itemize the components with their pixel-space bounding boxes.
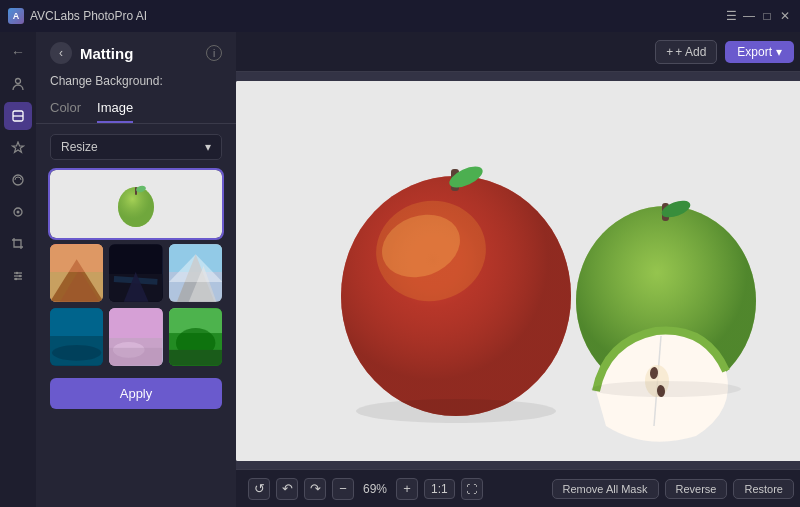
titlebar-controls: ☰ — □ ✕ bbox=[724, 9, 792, 23]
expand-icon: ⛶ bbox=[466, 483, 477, 495]
menu-icon[interactable]: ☰ bbox=[724, 9, 738, 23]
redo-left-button[interactable]: ↶ bbox=[276, 478, 298, 500]
chevron-down-icon: ▾ bbox=[205, 140, 211, 154]
dropdown-label: Resize bbox=[61, 140, 98, 154]
sidebar-crop-icon[interactable] bbox=[4, 230, 32, 258]
remove-all-mask-button[interactable]: Remove All Mask bbox=[552, 479, 659, 499]
image-row-3 bbox=[50, 308, 222, 366]
tab-image[interactable]: Image bbox=[97, 96, 133, 123]
sidebar-back-icon[interactable]: ← bbox=[4, 38, 32, 66]
minimize-button[interactable]: — bbox=[742, 9, 756, 23]
svg-rect-32 bbox=[109, 308, 162, 338]
app-title: AVCLabs PhotoPro AI bbox=[30, 9, 147, 23]
apply-button[interactable]: Apply bbox=[50, 378, 222, 409]
bg-thumb-nature[interactable] bbox=[169, 308, 222, 366]
undo-icon: ↺ bbox=[254, 481, 265, 496]
resize-dropdown[interactable]: Resize ▾ bbox=[50, 134, 222, 160]
panel: ‹ Matting i Change Background: Color Ima… bbox=[36, 32, 236, 507]
redo-right-icon: ↷ bbox=[310, 481, 321, 496]
undo-button[interactable]: ↺ bbox=[248, 478, 270, 500]
panel-title: Matting bbox=[80, 45, 133, 62]
redo-left-icon: ↶ bbox=[282, 481, 293, 496]
svg-point-10 bbox=[15, 278, 17, 280]
svg-rect-34 bbox=[109, 348, 162, 366]
zoom-level: 69% bbox=[360, 482, 390, 496]
bg-thumb-mountain-snow[interactable] bbox=[169, 244, 222, 302]
bg-thumb-white-apple[interactable] bbox=[50, 170, 222, 238]
svg-rect-18 bbox=[50, 244, 103, 272]
maximize-button[interactable]: □ bbox=[760, 9, 774, 23]
change-bg-label: Change Background: bbox=[36, 70, 236, 96]
content-area: + + Add Export ▾ bbox=[236, 32, 800, 507]
zoom-ratio-button[interactable]: 1:1 bbox=[424, 479, 455, 499]
panel-header: ‹ Matting i bbox=[36, 32, 236, 70]
minus-icon: − bbox=[339, 481, 347, 496]
titlebar: A AVCLabs PhotoPro AI ☰ — □ ✕ bbox=[0, 0, 800, 32]
bg-thumb-mountain-red[interactable] bbox=[50, 244, 103, 302]
content-toolbar: + + Add Export ▾ bbox=[236, 32, 800, 72]
sidebar-color-icon[interactable] bbox=[4, 166, 32, 194]
sidebar-person-icon[interactable] bbox=[4, 70, 32, 98]
icon-sidebar: ← bbox=[0, 32, 36, 507]
action-buttons: Remove All Mask Reverse Restore bbox=[552, 479, 794, 499]
expand-button[interactable]: ⛶ bbox=[461, 478, 483, 500]
sidebar-matting-icon[interactable] bbox=[4, 102, 32, 130]
restore-button[interactable]: Restore bbox=[733, 479, 794, 499]
svg-rect-29 bbox=[50, 308, 103, 336]
svg-point-8 bbox=[16, 272, 18, 274]
sidebar-adjust-icon[interactable] bbox=[4, 262, 32, 290]
tab-color[interactable]: Color bbox=[50, 96, 81, 123]
zoom-out-button[interactable]: − bbox=[332, 478, 354, 500]
chevron-down-icon: ▾ bbox=[776, 45, 782, 59]
image-grid bbox=[36, 170, 236, 366]
bg-thumb-ocean[interactable] bbox=[50, 308, 103, 366]
plus-icon: + bbox=[666, 45, 673, 59]
canvas-area bbox=[236, 72, 800, 469]
image-row-2 bbox=[50, 244, 222, 302]
bg-thumb-dark-sky[interactable] bbox=[109, 244, 162, 302]
bg-tabs: Color Image bbox=[36, 96, 236, 124]
svg-rect-38 bbox=[169, 350, 222, 366]
close-button[interactable]: ✕ bbox=[778, 9, 792, 23]
info-icon[interactable]: i bbox=[206, 45, 222, 61]
svg-point-30 bbox=[52, 345, 101, 361]
back-button[interactable]: ‹ bbox=[50, 42, 72, 64]
svg-point-4 bbox=[17, 211, 20, 214]
add-button[interactable]: + + Add bbox=[655, 40, 717, 64]
svg-point-54 bbox=[356, 399, 556, 423]
main-layout: ← bbox=[0, 32, 800, 507]
svg-point-55 bbox=[591, 381, 741, 397]
redo-right-button[interactable]: ↷ bbox=[304, 478, 326, 500]
sidebar-retouch-icon[interactable] bbox=[4, 198, 32, 226]
svg-point-0 bbox=[16, 79, 21, 84]
sidebar-enhance-icon[interactable] bbox=[4, 134, 32, 162]
app-icon: A bbox=[8, 8, 24, 24]
titlebar-left: A AVCLabs PhotoPro AI bbox=[8, 8, 147, 24]
zoom-controls: ↺ ↶ ↷ − 69% + 1:1 ⛶ bbox=[248, 478, 483, 500]
bg-thumb-purple-sky[interactable] bbox=[109, 308, 162, 366]
image-row-1 bbox=[50, 170, 222, 238]
reverse-button[interactable]: Reverse bbox=[665, 479, 728, 499]
plus-icon: + bbox=[403, 481, 411, 496]
main-image-display bbox=[236, 81, 800, 461]
bottom-toolbar: ↺ ↶ ↷ − 69% + 1:1 ⛶ bbox=[236, 469, 800, 507]
zoom-in-button[interactable]: + bbox=[396, 478, 418, 500]
svg-point-9 bbox=[19, 275, 21, 277]
export-button[interactable]: Export ▾ bbox=[725, 41, 794, 63]
